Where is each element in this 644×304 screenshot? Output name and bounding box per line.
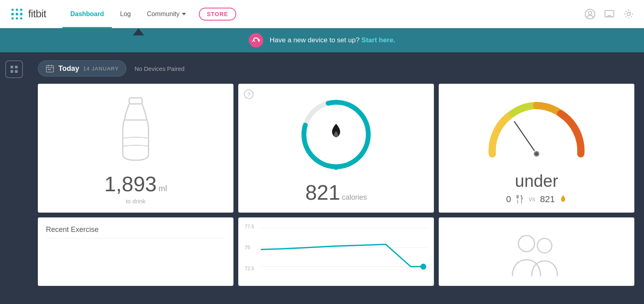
water-label: to drink <box>126 198 145 205</box>
header: fitbit Dashboard Log Community STORE <box>0 0 644 28</box>
weight-chart-svg <box>261 224 427 279</box>
water-unit: ml <box>159 184 167 193</box>
user-icon[interactable] <box>584 8 596 20</box>
svg-point-7 <box>16 17 18 19</box>
svg-point-3 <box>11 12 14 15</box>
chevron-down-icon <box>182 13 186 15</box>
setup-icon <box>249 33 263 48</box>
svg-point-12 <box>627 12 630 16</box>
fork-knife-icon <box>516 194 524 204</box>
water-value-area: 1,893 ml <box>104 172 167 196</box>
chart-y-label-3: 72.5 <box>245 266 259 271</box>
svg-point-1 <box>16 8 18 10</box>
svg-point-5 <box>20 12 23 15</box>
header-right-icons <box>584 8 634 20</box>
svg-point-4 <box>16 12 18 15</box>
logo-text: fitbit <box>28 8 46 20</box>
gauge-label: under <box>515 172 558 191</box>
svg-rect-16 <box>15 70 18 73</box>
svg-point-10 <box>588 11 592 14</box>
notification-link[interactable]: Start here. <box>361 36 395 44</box>
gauge-svg <box>480 97 593 162</box>
nav-log[interactable]: Log <box>112 0 139 28</box>
svg-point-32 <box>537 238 552 253</box>
svg-rect-19 <box>50 69 51 70</box>
flame-icon <box>328 123 344 144</box>
calorie-balance-card: under 0 vs 821 <box>439 84 634 213</box>
svg-point-31 <box>518 236 535 252</box>
water-card: 1,893 ml to drink <box>38 84 233 213</box>
help-icon[interactable]: ? <box>244 89 254 99</box>
svg-point-8 <box>20 17 22 19</box>
svg-point-6 <box>12 17 14 19</box>
top-cards-grid: 1,893 ml to drink ? <box>38 84 634 213</box>
svg-rect-14 <box>15 66 18 68</box>
gauge-vs-label: vs <box>529 196 535 203</box>
svg-point-2 <box>20 8 22 10</box>
recent-exercise-card: Recent Exercise <box>38 217 233 286</box>
store-button[interactable]: STORE <box>199 8 236 21</box>
exercise-card-title: Recent Exercise <box>46 225 225 238</box>
customize-dashboard-button[interactable] <box>5 60 23 78</box>
chart-y-label-2: 75 <box>245 245 259 250</box>
calories-ring <box>296 92 376 177</box>
dashboard-content: Today 14 JANUARY No Devices Paired <box>28 52 644 294</box>
calories-unit: calories <box>342 193 367 201</box>
friends-card <box>439 217 634 286</box>
water-bottle-illustration <box>111 92 160 168</box>
grid-icon <box>10 65 19 74</box>
svg-point-23 <box>334 165 339 170</box>
messages-icon[interactable] <box>604 8 615 20</box>
main-layout: Today 14 JANUARY No Devices Paired <box>0 52 644 294</box>
logo-area: fitbit <box>10 7 46 21</box>
calendar-icon <box>45 64 54 73</box>
date-bar: Today 14 JANUARY No Devices Paired <box>38 60 634 77</box>
friends-icon <box>508 230 565 278</box>
sidebar <box>0 52 28 294</box>
date-pill[interactable]: Today 14 JANUARY <box>38 60 126 77</box>
calories-amount: 821 <box>305 181 340 204</box>
today-label: Today <box>58 64 79 73</box>
svg-point-30 <box>420 264 426 270</box>
gauge-food-value: 0 <box>506 194 511 205</box>
svg-rect-20 <box>129 98 142 104</box>
bottle-icon <box>111 94 160 166</box>
water-amount: 1,893 <box>104 172 157 196</box>
notification-banner: Have a new device to set up? Start here. <box>0 28 644 52</box>
dashboard-arrow <box>133 28 144 35</box>
notification-text: Have a new device to set up? Start here. <box>270 36 395 44</box>
bottom-cards-grid: Recent Exercise 77.5 75 72.5 <box>38 217 634 286</box>
svg-rect-18 <box>48 69 49 70</box>
small-flame-icon <box>559 195 567 204</box>
calories-card: ? <box>238 84 434 213</box>
gauge-values: 0 vs 821 <box>506 194 567 205</box>
svg-point-26 <box>535 152 538 155</box>
svg-point-0 <box>12 8 14 10</box>
main-nav: Dashboard Log Community STORE <box>62 0 584 28</box>
svg-line-24 <box>514 122 537 154</box>
nav-dashboard[interactable]: Dashboard <box>62 0 112 28</box>
svg-rect-15 <box>10 70 13 73</box>
gauge-container <box>447 92 626 168</box>
gauge-burned-value: 821 <box>540 194 555 205</box>
settings-icon[interactable] <box>623 8 634 20</box>
fitbit-logo-icon <box>10 7 24 21</box>
no-devices-label: No Devices Paired <box>134 65 184 72</box>
svg-rect-13 <box>10 66 13 68</box>
chart-y-label-1: 77.5 <box>245 224 259 230</box>
nav-community[interactable]: Community <box>139 0 194 28</box>
weight-chart-card: 77.5 75 72.5 <box>238 217 434 286</box>
date-label: 14 JANUARY <box>83 66 119 72</box>
calories-value-area: 821 calories <box>305 180 367 205</box>
